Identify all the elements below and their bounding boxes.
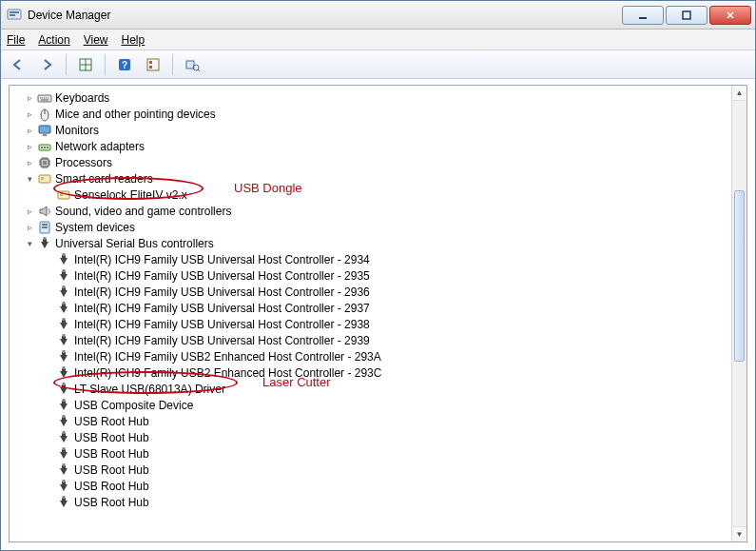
collapse-icon[interactable]: ▾ xyxy=(23,174,36,184)
show-hidden-button[interactable] xyxy=(74,53,97,76)
toolbar: ? xyxy=(1,50,755,79)
scan-button[interactable] xyxy=(181,53,204,76)
usb-icon xyxy=(56,382,71,397)
expand-icon[interactable]: ▹ xyxy=(23,207,36,216)
minimize-button[interactable] xyxy=(622,6,664,25)
usb-icon xyxy=(56,333,71,348)
scroll-down-button[interactable]: ▼ xyxy=(732,526,746,541)
tree-item[interactable]: •Intel(R) ICH9 Family USB Universal Host… xyxy=(17,332,731,348)
tree-spacer: • xyxy=(42,482,55,491)
tree-item[interactable]: •USB Root Hub xyxy=(17,445,731,462)
tree-item[interactable]: •Intel(R) ICH9 Family USB Universal Host… xyxy=(17,267,731,284)
usb-icon xyxy=(37,236,52,251)
tree-item-label: Intel(R) ICH9 Family USB Universal Host … xyxy=(74,318,370,331)
svg-rect-32 xyxy=(63,269,66,272)
title-bar: Device Manager xyxy=(1,1,755,30)
menu-file[interactable]: File xyxy=(7,33,25,47)
toolbar-separator xyxy=(105,54,106,75)
tree-item[interactable]: •USB Root Hub xyxy=(17,478,731,494)
tree-spacer: • xyxy=(42,190,55,200)
tree-item[interactable]: •Senselock EliteIV v2.x xyxy=(17,187,731,203)
svg-point-18 xyxy=(41,147,43,148)
usb-icon xyxy=(56,462,71,478)
tree-spacer: • xyxy=(42,401,55,410)
svg-rect-44 xyxy=(63,463,66,466)
tree-item[interactable]: •Intel(R) ICH9 Family USB2 Enhanced Host… xyxy=(17,348,731,364)
tree-item[interactable]: •USB Root Hub xyxy=(17,413,731,429)
usb-icon xyxy=(56,252,71,267)
properties-icon xyxy=(145,57,161,72)
tree-item-label: Intel(R) ICH9 Family USB2 Enhanced Host … xyxy=(74,350,381,364)
tree-item[interactable]: ▾Universal Serial Bus controllers xyxy=(17,235,731,251)
expand-icon[interactable]: ▹ xyxy=(23,142,36,151)
svg-rect-33 xyxy=(63,285,66,288)
usb-icon xyxy=(56,479,71,494)
tree-item[interactable]: •LT Slave USB(68013A) Driver xyxy=(17,381,731,397)
tree-item[interactable]: ▹Mice and other pointing devices xyxy=(17,106,731,122)
tree-item[interactable]: •Intel(R) ICH9 Family USB Universal Host… xyxy=(17,251,731,267)
tree-item[interactable]: ▹Sound, video and game controllers xyxy=(17,203,731,219)
tree-spacer: • xyxy=(42,433,55,443)
usb-icon xyxy=(56,414,71,429)
tree-item[interactable]: •USB Composite Device xyxy=(17,397,731,413)
tree-item-label: Monitors xyxy=(55,124,99,137)
tree-item-label: Network adapters xyxy=(55,140,145,153)
menu-view[interactable]: View xyxy=(84,33,108,47)
svg-rect-3 xyxy=(639,17,647,19)
svg-rect-22 xyxy=(43,161,47,165)
tree-item[interactable]: ▹Processors xyxy=(17,154,731,170)
network-icon xyxy=(37,139,52,154)
svg-point-20 xyxy=(47,147,48,148)
expand-icon[interactable]: ▹ xyxy=(23,158,36,167)
tree-item[interactable]: •Intel(R) ICH9 Family USB Universal Host… xyxy=(17,300,731,316)
vertical-scrollbar[interactable]: ▲ ▼ xyxy=(731,86,746,541)
help-button[interactable]: ? xyxy=(113,53,136,76)
svg-rect-2 xyxy=(10,14,15,16)
tree-item-label: Intel(R) ICH9 Family USB Universal Host … xyxy=(74,285,370,299)
svg-rect-24 xyxy=(41,177,44,180)
svg-rect-10 xyxy=(149,66,152,69)
menu-action[interactable]: Action xyxy=(38,33,69,47)
expand-icon[interactable]: ▹ xyxy=(23,126,36,135)
tree-item[interactable]: ▹System devices xyxy=(17,219,731,235)
usb-icon xyxy=(56,301,71,316)
expand-icon[interactable]: ▹ xyxy=(23,223,36,232)
properties-button[interactable] xyxy=(142,53,165,76)
menu-help[interactable]: Help xyxy=(122,33,145,47)
collapse-icon[interactable]: ▾ xyxy=(23,239,36,248)
tree-spacer: • xyxy=(42,304,55,313)
tree-item[interactable]: •Intel(R) ICH9 Family USB Universal Host… xyxy=(17,284,731,300)
scroll-thumb[interactable] xyxy=(734,190,745,362)
help-icon: ? xyxy=(117,57,132,72)
tree-item[interactable]: ▹Keyboards xyxy=(17,89,731,106)
tree-item[interactable]: •USB Root Hub xyxy=(17,494,731,510)
maximize-button[interactable] xyxy=(666,6,708,25)
tree-item-label: Intel(R) ICH9 Family USB2 Enhanced Host … xyxy=(74,366,381,380)
sound-icon xyxy=(37,204,52,219)
svg-rect-25 xyxy=(58,191,69,199)
device-tree-scroll[interactable]: ▹Keyboards▹Mice and other pointing devic… xyxy=(10,86,731,541)
svg-rect-8 xyxy=(147,59,159,70)
tree-item[interactable]: •Intel(R) ICH9 Family USB Universal Host… xyxy=(17,316,731,332)
tree-item[interactable]: ▹Network adapters xyxy=(17,138,731,154)
usb-icon xyxy=(56,446,71,462)
back-button[interactable] xyxy=(7,53,29,76)
tree-item[interactable]: ▹Monitors xyxy=(17,122,731,138)
tree-item[interactable]: •Intel(R) ICH9 Family USB2 Enhanced Host… xyxy=(17,364,731,381)
tree-item[interactable]: ▾Smart card readers xyxy=(17,170,731,187)
tree-item-label: Intel(R) ICH9 Family USB Universal Host … xyxy=(74,269,370,283)
keyboard-icon xyxy=(37,90,52,106)
tree-item[interactable]: •USB Root Hub xyxy=(17,462,731,478)
tree-item-label: USB Root Hub xyxy=(74,463,149,477)
expand-icon[interactable]: ▹ xyxy=(23,109,36,119)
tree-item-label: System devices xyxy=(55,221,135,234)
expand-icon[interactable]: ▹ xyxy=(23,93,36,103)
svg-rect-36 xyxy=(63,334,66,337)
tree-item-label: Processors xyxy=(55,156,112,169)
scroll-up-button[interactable]: ▲ xyxy=(732,86,746,101)
tree-item[interactable]: •USB Root Hub xyxy=(17,429,731,445)
svg-rect-34 xyxy=(63,302,66,305)
forward-button[interactable] xyxy=(35,53,58,76)
svg-rect-28 xyxy=(42,224,48,226)
close-button[interactable] xyxy=(709,6,751,25)
